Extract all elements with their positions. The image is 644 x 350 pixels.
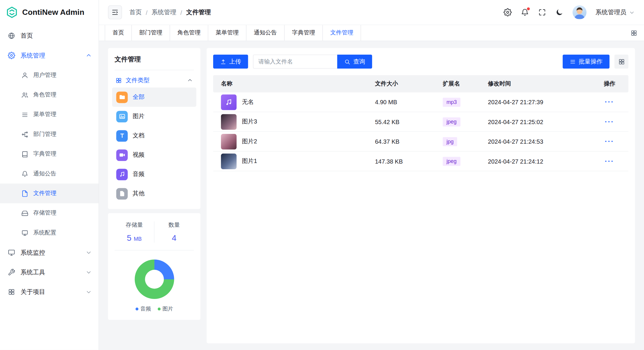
stat-unit: MB [134, 236, 142, 242]
tab-notice[interactable]: 通知公告 [246, 25, 285, 41]
tab-file-management[interactable]: 文件管理 [323, 25, 361, 41]
sidebar-group-label: 系统管理 [20, 52, 80, 59]
file-type-image[interactable]: 图片 [112, 107, 197, 126]
table-row[interactable]: 图片1 147.38 KB jpeg 2024-04-27 21:24:12 ·… [213, 151, 629, 171]
tab-home[interactable]: 首页 [105, 25, 132, 41]
monitor-icon [8, 249, 15, 256]
file-type-label: 文档 [133, 132, 145, 140]
image-thumbnail [221, 114, 237, 130]
table-row[interactable]: 图片2 64.37 KB jpg 2024-04-27 21:24:53 ··· [213, 132, 629, 151]
stat-label: 数量 [154, 221, 194, 229]
fullscreen-button[interactable] [538, 8, 546, 17]
row-actions-button[interactable]: ··· [605, 137, 614, 145]
sidebar-item-file-management[interactable]: 文件管理 [0, 183, 99, 203]
grid-icon [8, 288, 15, 296]
breadcrumb-item[interactable]: 首页 [129, 8, 142, 16]
file-type-label: 其他 [133, 190, 145, 197]
file-type-audio[interactable]: 音频 [112, 165, 197, 184]
sidebar-item-about-project[interactable]: 关于项目 [0, 282, 99, 302]
sidebar-item-system-config[interactable]: 系统配置 [0, 223, 99, 243]
row-actions-button[interactable]: ··· [605, 118, 614, 125]
sidebar-item-notice[interactable]: 通知公告 [0, 164, 99, 183]
file-icon [21, 190, 29, 197]
query-label: 查询 [353, 58, 365, 65]
tool-icon [8, 269, 15, 276]
divider [115, 250, 194, 250]
tab-role[interactable]: 角色管理 [170, 25, 208, 41]
grid-view-button[interactable] [614, 55, 628, 69]
file-type-label: 音频 [133, 170, 145, 178]
tab-department[interactable]: 部门管理 [132, 25, 170, 41]
legend-item-audio: 音频 [135, 305, 151, 313]
video-icon [116, 149, 128, 161]
tab-label: 菜单管理 [216, 29, 238, 37]
sidebar-item-menu-management[interactable]: 菜单管理 [0, 105, 99, 124]
breadcrumb-item[interactable]: 系统管理 [152, 8, 176, 16]
sidebar-item-system-management[interactable]: 系统管理 [0, 46, 99, 65]
legend-item-image: 图片 [157, 305, 173, 313]
file-types-card: 文件管理 文件类型 全部 图片 [108, 48, 200, 209]
sidebar-nav: 首页 系统管理 用户管理 角色管理 菜单管理 部门管理 [0, 25, 99, 350]
storage-icon [21, 210, 29, 217]
table-row[interactable]: 图片3 55.42 KB jpeg 2024-04-27 21:25:02 ··… [213, 112, 629, 132]
notifications-button[interactable] [521, 8, 529, 17]
query-button[interactable]: 查询 [337, 55, 372, 69]
tab-dictionary[interactable]: 字典管理 [285, 25, 323, 41]
tab-menu[interactable]: 菜单管理 [208, 25, 246, 41]
sidebar-item-user-management[interactable]: 用户管理 [0, 65, 99, 85]
file-name: 图片2 [242, 137, 257, 145]
column-header-size: 文件大小 [375, 80, 443, 88]
sidebar-item-label: 通知公告 [33, 170, 56, 178]
grid-icon [630, 29, 637, 37]
sidebar-item-department-management[interactable]: 部门管理 [0, 124, 99, 144]
breadcrumb-item-current: 文件管理 [186, 8, 211, 16]
file-name: 图片3 [242, 118, 257, 126]
avatar[interactable] [572, 5, 586, 19]
ext-badge: jpeg [443, 117, 460, 126]
sidebar-item-label: 首页 [20, 32, 92, 39]
file-time: 2024-04-27 21:27:39 [488, 99, 591, 105]
dark-mode-toggle[interactable] [555, 8, 564, 17]
batch-label: 批量操作 [579, 58, 602, 65]
batch-operations-button[interactable]: 批量操作 [563, 55, 610, 69]
row-actions-button[interactable]: ··· [605, 157, 614, 165]
file-type-other[interactable]: 其他 [112, 184, 197, 203]
sidebar-item-system-monitor[interactable]: 系统监控 [0, 243, 99, 262]
sidebar-item-label: 系统配置 [33, 229, 56, 237]
sidebar-item-dictionary-management[interactable]: 字典管理 [0, 144, 99, 164]
legend-dot [157, 307, 160, 310]
filename-search-input[interactable] [253, 55, 337, 69]
file-name: 图片1 [242, 157, 257, 165]
sidebar: ContiNew Admin 首页 系统管理 用户管理 角色管理 [0, 0, 99, 350]
tree-icon [21, 131, 29, 138]
sidebar-item-system-tools[interactable]: 系统工具 [0, 262, 99, 282]
file-type-video[interactable]: 视频 [112, 145, 197, 165]
sidebar-item-storage-management[interactable]: 存储管理 [0, 203, 99, 223]
app-logo[interactable]: ContiNew Admin [0, 0, 99, 25]
legend-dot [135, 307, 138, 310]
sidebar-item-home[interactable]: 首页 [0, 26, 99, 45]
sidebar-item-role-management[interactable]: 角色管理 [0, 85, 99, 104]
row-actions-button[interactable]: ··· [605, 98, 614, 106]
tab-label: 文件管理 [330, 29, 353, 37]
file-type-section-toggle[interactable]: 文件类型 [115, 70, 194, 88]
file-type-label: 视频 [133, 151, 145, 159]
sidebar-group-label: 系统工具 [20, 268, 80, 276]
tab-label: 部门管理 [139, 29, 162, 37]
file-type-all[interactable]: 全部 [112, 88, 197, 107]
sidebar-collapse-button[interactable] [108, 5, 122, 19]
file-type-document[interactable]: 文档 [112, 126, 197, 145]
user-name: 系统管理员 [596, 8, 626, 16]
user-menu[interactable]: 系统管理员 [596, 8, 635, 16]
donut-chart [135, 259, 174, 299]
user-icon [21, 72, 29, 79]
file-name: 无名 [242, 98, 254, 106]
column-header-time: 修改时间 [488, 80, 591, 88]
table-row[interactable]: 无名 4.90 MB mp3 2024-04-27 21:27:39 ··· [213, 92, 629, 112]
folder-icon [116, 91, 128, 103]
image-thumbnail [221, 134, 237, 149]
desktop-icon [21, 229, 29, 237]
upload-button[interactable]: 上传 [213, 55, 248, 69]
tab-list-button[interactable] [630, 25, 644, 41]
settings-button[interactable] [504, 8, 512, 17]
